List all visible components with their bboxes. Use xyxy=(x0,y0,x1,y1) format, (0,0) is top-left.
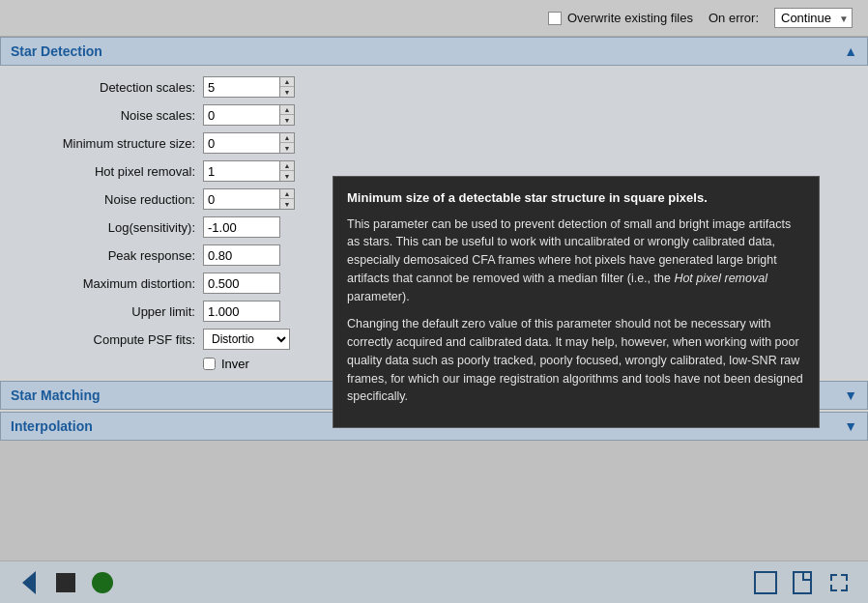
on-error-select-wrapper[interactable]: Continue xyxy=(774,8,853,28)
compute-psf-input-wrapper: Distortio xyxy=(203,329,290,350)
bottom-toolbar xyxy=(0,560,868,603)
invert-label: Inver xyxy=(221,357,249,371)
hot-pixel-down[interactable]: ▼ xyxy=(280,171,294,181)
save-button[interactable] xyxy=(789,569,816,596)
overwrite-text: Overwrite existing files xyxy=(567,11,693,25)
hot-pixel-spinner: ▲ ▼ xyxy=(280,160,295,182)
stop-button[interactable] xyxy=(52,569,79,596)
tooltip-para1: This parameter can be used to prevent de… xyxy=(347,215,805,306)
noise-reduction-input-wrapper: ▲ ▼ xyxy=(203,188,295,210)
expand-icon xyxy=(828,572,850,593)
noise-scales-up[interactable]: ▲ xyxy=(280,105,294,115)
noise-reduction-down[interactable]: ▼ xyxy=(280,199,294,209)
noise-scales-down[interactable]: ▼ xyxy=(280,115,294,125)
overwrite-checkbox[interactable] xyxy=(548,12,562,25)
interpolation-title: Interpolation xyxy=(11,418,93,434)
detection-scales-input[interactable] xyxy=(203,76,280,98)
new-icon xyxy=(754,571,777,594)
upper-limit-input[interactable] xyxy=(203,301,280,322)
star-matching-title: Star Matching xyxy=(11,388,101,403)
run-button[interactable] xyxy=(89,569,116,596)
tooltip-italic: Hot pixel removal xyxy=(674,272,767,285)
noise-reduction-label: Noise reduction: xyxy=(10,192,203,207)
log-sensitivity-input[interactable] xyxy=(203,216,280,238)
star-detection-header[interactable]: Star Detection ▲ xyxy=(0,37,868,66)
overwrite-label: Overwrite existing files xyxy=(548,11,693,25)
noise-scales-input-wrapper: ▲ ▼ xyxy=(203,104,295,126)
on-error-select[interactable]: Continue xyxy=(774,8,853,28)
detection-scales-label: Detection scales: xyxy=(10,80,203,95)
peak-response-input[interactable] xyxy=(203,244,280,266)
log-sensitivity-label: Log(sensitivity): xyxy=(10,220,203,235)
detection-scales-spinner: ▲ ▼ xyxy=(280,76,295,98)
noise-reduction-up[interactable]: ▲ xyxy=(280,189,294,199)
peak-response-input-wrapper xyxy=(203,244,280,266)
stop-icon xyxy=(56,573,75,592)
triangle-icon xyxy=(22,571,36,594)
noise-reduction-input[interactable] xyxy=(203,188,280,210)
upper-limit-label: Upper limit: xyxy=(10,304,203,319)
compute-psf-select[interactable]: Distortio xyxy=(203,329,290,350)
noise-scales-spinner: ▲ ▼ xyxy=(280,104,295,126)
detection-scales-input-wrapper: ▲ ▼ xyxy=(203,76,295,98)
max-distortion-input-wrapper xyxy=(203,273,280,294)
new-button[interactable] xyxy=(752,569,779,596)
toolbar-right xyxy=(752,569,853,596)
upper-limit-input-wrapper xyxy=(203,301,280,322)
on-error-label: On error: xyxy=(709,11,759,25)
min-structure-down[interactable]: ▼ xyxy=(280,143,294,153)
max-distortion-input[interactable] xyxy=(203,273,280,294)
invert-checkbox[interactable] xyxy=(203,358,216,370)
hot-pixel-up[interactable]: ▲ xyxy=(280,161,294,171)
top-bar: Overwrite existing files On error: Conti… xyxy=(0,0,868,37)
min-structure-input[interactable] xyxy=(203,132,280,154)
tooltip-title: Minimum size of a detectable star struct… xyxy=(347,188,805,208)
noise-scales-row: Noise scales: ▲ ▼ xyxy=(0,102,868,128)
triangle-button[interactable] xyxy=(15,569,43,596)
detection-scales-down[interactable]: ▼ xyxy=(280,87,294,97)
star-matching-arrow: ▼ xyxy=(844,388,857,403)
min-structure-up[interactable]: ▲ xyxy=(280,133,294,143)
max-distortion-label: Maximum distortion: xyxy=(10,276,203,291)
noise-scales-label: Noise scales: xyxy=(10,108,203,123)
detection-scales-up[interactable]: ▲ xyxy=(280,77,294,87)
min-structure-input-wrapper: ▲ ▼ xyxy=(203,132,295,154)
log-sensitivity-input-wrapper xyxy=(203,216,280,238)
run-icon xyxy=(92,572,113,593)
hot-pixel-input[interactable] xyxy=(203,160,280,182)
toolbar-left xyxy=(15,569,116,596)
peak-response-label: Peak response: xyxy=(10,248,203,263)
detection-scales-row: Detection scales: ▲ ▼ xyxy=(0,74,868,100)
compute-psf-label: Compute PSF fits: xyxy=(10,332,203,347)
noise-reduction-spinner: ▲ ▼ xyxy=(280,188,295,210)
star-detection-arrow: ▲ xyxy=(844,43,857,59)
hot-pixel-input-wrapper: ▲ ▼ xyxy=(203,160,295,182)
interpolation-arrow: ▼ xyxy=(844,418,857,434)
min-structure-row: Minimum structure size: ▲ ▼ xyxy=(0,130,868,156)
save-icon xyxy=(793,571,812,594)
hot-pixel-label: Hot pixel removal: xyxy=(10,164,203,179)
star-detection-title: Star Detection xyxy=(11,43,102,59)
tooltip-para2: Changing the default zero value of this … xyxy=(347,315,805,406)
expand-button[interactable] xyxy=(825,569,853,596)
min-structure-label: Minimum structure size: xyxy=(10,136,203,151)
tooltip-box: Minimum size of a detectable star struct… xyxy=(333,176,820,428)
min-structure-spinner: ▲ ▼ xyxy=(280,132,295,154)
noise-scales-input[interactable] xyxy=(203,104,280,126)
tooltip-para1-end: parameter). xyxy=(347,290,410,303)
